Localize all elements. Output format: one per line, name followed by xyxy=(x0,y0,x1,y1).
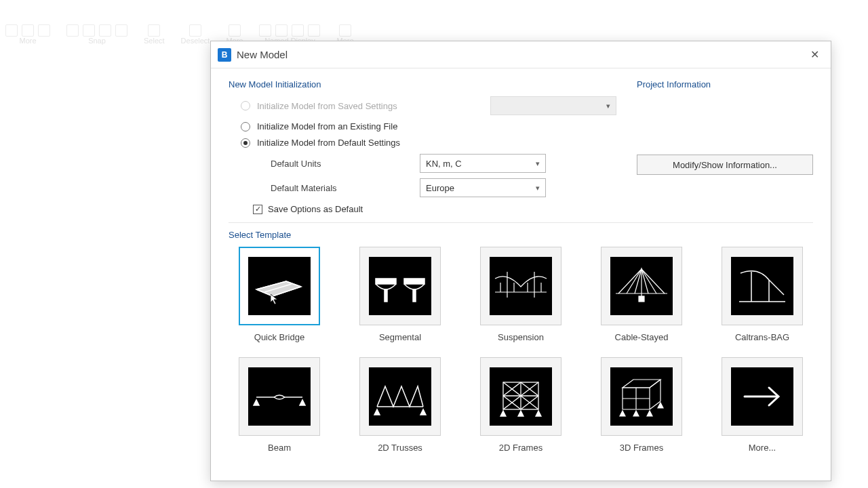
template-quick-bridge[interactable]: Quick Bridge xyxy=(233,247,326,342)
radio-icon xyxy=(241,138,250,148)
svg-marker-49 xyxy=(500,411,506,416)
svg-rect-10 xyxy=(413,289,416,302)
template-label: Suspension xyxy=(498,332,544,342)
frames-2d-icon xyxy=(490,367,552,426)
svg-marker-37 xyxy=(420,409,426,415)
template-2d-trusses[interactable]: 2D Trusses xyxy=(353,357,447,453)
template-label: Beam xyxy=(268,443,291,453)
new-model-dialog: B New Model ✕ New Model Initialization I… xyxy=(210,41,831,481)
save-options-checkbox[interactable]: Save Options as Default xyxy=(253,204,616,214)
template-label: Segmental xyxy=(379,332,421,342)
radio-default-settings[interactable]: Initialize Model from Default Settings xyxy=(241,138,616,148)
frames-3d-icon xyxy=(610,367,673,426)
template-suspension[interactable]: Suspension xyxy=(474,247,568,342)
default-materials-combo[interactable]: Europe ▾ xyxy=(420,178,546,197)
svg-marker-62 xyxy=(658,403,663,408)
svg-marker-33 xyxy=(254,400,259,405)
combo-value: Europe xyxy=(426,183,454,193)
close-icon: ✕ xyxy=(810,48,819,61)
svg-marker-60 xyxy=(633,411,639,416)
radio-label: Initialize Model from Saved Settings xyxy=(257,101,397,111)
modify-info-button[interactable]: Modify/Show Information... xyxy=(637,155,813,175)
chevron-down-icon: ▾ xyxy=(536,184,540,192)
svg-line-27 xyxy=(769,280,784,295)
default-units-label: Default Units xyxy=(271,159,413,169)
template-label: 3D Frames xyxy=(620,443,663,453)
svg-line-54 xyxy=(650,380,660,388)
default-units-combo[interactable]: KN, m, C ▾ xyxy=(420,154,546,173)
template-segmental[interactable]: Segmental xyxy=(353,247,447,342)
svg-rect-8 xyxy=(404,279,425,284)
svg-line-21 xyxy=(627,269,642,293)
project-info-section-title: Project Information xyxy=(637,79,813,89)
template-label: 2D Frames xyxy=(499,443,542,453)
radio-saved-settings: Initialize Model from Saved Settings ▾ xyxy=(241,96,616,115)
svg-marker-34 xyxy=(300,400,305,405)
svg-marker-50 xyxy=(518,411,524,416)
beam-icon xyxy=(248,367,311,426)
checkbox-icon xyxy=(253,205,262,214)
radio-existing-file[interactable]: Initialize Model from an Existing File xyxy=(241,121,616,131)
checkbox-label: Save Options as Default xyxy=(268,204,363,214)
template-2d-frames[interactable]: 2D Frames xyxy=(474,357,568,453)
suspension-icon xyxy=(490,257,552,315)
chevron-down-icon: ▾ xyxy=(536,159,540,168)
svg-line-24 xyxy=(642,269,656,293)
template-3d-frames[interactable]: 3D Frames xyxy=(595,357,688,453)
close-button[interactable]: ✕ xyxy=(805,45,824,64)
quick-bridge-icon xyxy=(248,257,311,315)
default-materials-label: Default Materials xyxy=(271,183,413,193)
svg-marker-59 xyxy=(620,411,625,416)
template-more[interactable]: More... xyxy=(715,357,809,453)
saved-settings-combo: ▾ xyxy=(490,96,616,115)
app-icon: B xyxy=(218,48,231,62)
template-label: Caltrans-BAG xyxy=(735,332,789,342)
template-cable-stayed[interactable]: Cable-Stayed xyxy=(595,247,688,342)
svg-rect-26 xyxy=(639,296,644,302)
combo-value: KN, m, C xyxy=(426,159,462,169)
titlebar: B New Model ✕ xyxy=(211,41,831,68)
radio-icon xyxy=(241,122,250,131)
svg-marker-61 xyxy=(647,411,652,416)
caltrans-bag-icon xyxy=(731,257,793,315)
svg-rect-7 xyxy=(376,279,396,284)
chevron-down-icon: ▾ xyxy=(606,102,610,110)
dialog-title: New Model xyxy=(237,49,805,60)
button-label: Modify/Show Information... xyxy=(673,160,777,170)
arrow-right-icon xyxy=(731,367,793,426)
template-label: 2D Trusses xyxy=(378,443,422,453)
svg-rect-9 xyxy=(384,289,387,302)
radio-label: Initialize Model from Default Settings xyxy=(257,138,400,148)
radio-label: Initialize Model from an Existing File xyxy=(257,121,397,131)
template-beam[interactable]: Beam xyxy=(233,357,326,453)
init-section-title: New Model Initialization xyxy=(229,79,616,89)
svg-marker-51 xyxy=(536,411,541,416)
radio-icon xyxy=(241,101,250,110)
template-label: Quick Bridge xyxy=(254,332,304,342)
svg-marker-36 xyxy=(374,409,380,415)
templates-section-title: Select Template xyxy=(229,230,813,240)
cable-stayed-icon xyxy=(610,257,673,315)
template-label: Cable-Stayed xyxy=(615,332,669,342)
template-caltrans-bag[interactable]: Caltrans-BAG xyxy=(715,247,809,342)
trusses-2d-icon xyxy=(369,367,431,426)
segmental-icon xyxy=(369,257,431,315)
template-label: More... xyxy=(749,443,776,453)
